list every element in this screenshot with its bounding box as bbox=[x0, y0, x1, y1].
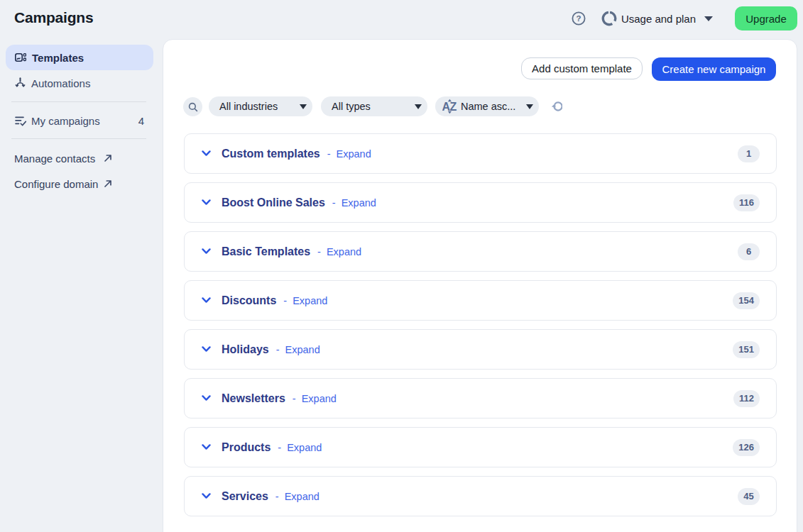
svg-text:AZ: AZ bbox=[442, 101, 457, 113]
svg-text:?: ? bbox=[576, 14, 581, 23]
